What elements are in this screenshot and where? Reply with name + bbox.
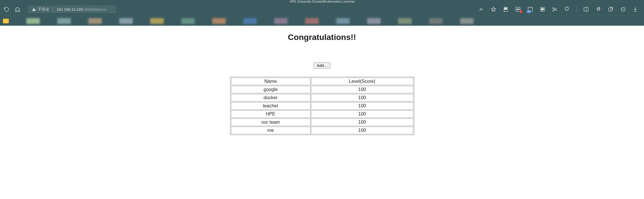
table-row: our team100 [231,118,413,126]
bookmark-item[interactable] [429,18,443,24]
table-row: teacher100 [231,102,413,110]
svg-rect-8 [529,8,530,8]
bookmark-item[interactable] [367,18,381,24]
svg-point-5 [517,9,518,10]
bookmark-item[interactable] [336,18,350,24]
bookmark-item[interactable] [181,18,195,24]
url-text: 192.168.10.183:30000/demo/ [56,7,106,12]
address-bar[interactable]: 不安全 | 192.168.10.183:30000/demo/ [28,6,116,13]
extension2-icon[interactable]: off [527,6,533,12]
extension1-badge: 1 [520,10,522,13]
favorites-icon[interactable] [595,6,601,12]
collections-icon[interactable] [608,6,614,12]
table-row: docker100 [231,94,413,102]
history-icon[interactable] [620,6,626,12]
svg-point-6 [518,9,519,10]
toolbar-right: A⁾ 1 off [478,6,640,12]
col-name-header: Name [231,78,310,85]
bookmark-item[interactable] [88,18,102,24]
cell-name: HPE [231,110,310,118]
read-aloud-icon[interactable]: A⁾ [478,6,484,12]
cell-score: 100 [311,127,413,134]
svg-rect-2 [505,9,507,9]
cell-score: 100 [311,102,413,110]
svg-rect-12 [541,9,544,9]
cell-name: our team [231,118,310,126]
page-title: Congratulations!! [0,33,644,42]
bookmark-folder-icon[interactable] [3,19,9,23]
scissors-icon[interactable] [552,6,558,12]
tab-title[interactable]: HPE University Docker&Kubernetes Learnin… [290,0,354,3]
bookmark-item[interactable] [305,18,319,24]
downloads-icon[interactable] [632,6,638,12]
bookmark-item[interactable] [460,18,474,24]
browser-chrome: HPE University Docker&Kubernetes Learnin… [0,0,644,26]
cell-score: 100 [311,118,413,126]
address-separator: | [52,7,53,12]
bookmark-item[interactable] [274,18,288,24]
document-icon[interactable] [503,6,509,12]
cell-name: docker [231,94,310,102]
extension1-icon[interactable]: 1 [515,6,521,12]
table-header-row: NameLevel(Score) [231,78,413,85]
cell-name: me [231,127,310,134]
bookmark-item[interactable] [243,18,257,24]
security-warning[interactable]: 不安全 [32,7,49,12]
bookmark-item[interactable] [212,18,226,24]
score-table: NameLevel(Score)google100docker100teache… [230,77,414,135]
cell-score: 100 [311,110,413,118]
refresh-icon[interactable] [4,6,9,12]
cell-name: teacher [231,102,310,110]
add-button[interactable]: Add... [314,62,330,69]
svg-rect-13 [541,10,543,10]
home-icon[interactable] [15,6,20,12]
svg-rect-1 [505,8,507,8]
notes-icon[interactable] [540,6,545,12]
favorite-icon[interactable] [491,6,496,12]
cell-score: 100 [311,94,413,102]
browser-toolbar: 不安全 | 192.168.10.183:30000/demo/ A⁾ 1 [0,3,644,16]
svg-rect-11 [541,8,544,9]
bookmark-item[interactable] [119,18,133,24]
bookmark-item[interactable] [150,18,164,24]
extension2-off-badge: off [527,10,531,13]
tab-bar: HPE University Docker&Kubernetes Learnin… [0,0,644,3]
svg-rect-3 [505,9,506,10]
svg-rect-9 [530,8,532,8]
bookmark-item[interactable] [57,18,71,24]
sidebar-icon[interactable] [583,6,589,12]
bookmark-item[interactable] [26,18,40,24]
toolbar-separator [576,7,577,12]
page-content: Congratulations!! Add... NameLevel(Score… [0,26,644,142]
security-label: 不安全 [38,7,49,12]
extensions-icon[interactable] [564,6,570,12]
table-row: HPE100 [231,110,413,118]
table-row: me100 [231,127,413,134]
cell-score: 100 [311,86,413,93]
col-score-header: Level(Score) [311,78,413,85]
cell-name: google [231,86,310,93]
bookmarks-bar[interactable] [0,16,644,26]
bookmark-item[interactable] [398,18,412,24]
table-row: google100 [231,86,413,93]
